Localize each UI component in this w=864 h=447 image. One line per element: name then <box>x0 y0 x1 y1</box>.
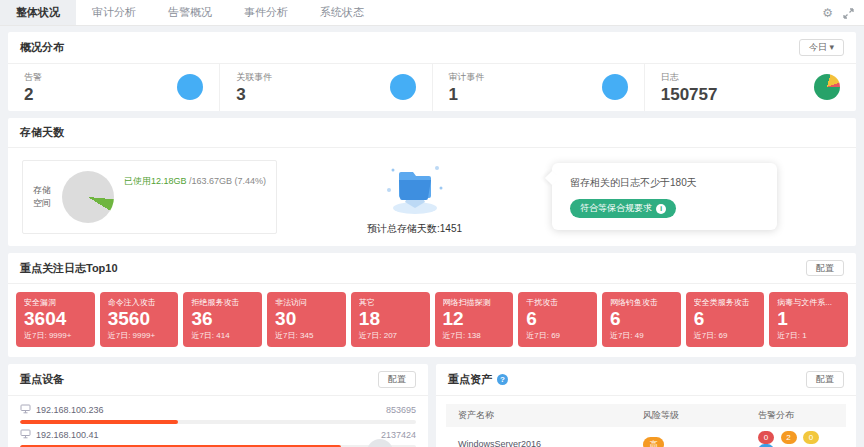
log-category-count: 18 <box>359 308 422 330</box>
log-category-card[interactable]: 网络扫描探测 12 近7日: 138 <box>435 292 514 347</box>
asset-col-name: 资产名称 <box>458 409 643 422</box>
overview-section: 概况分布 今日 ▾ 告警 2 关联事件 3 审计事件 <box>8 32 856 111</box>
overview-stats-row: 告警 2 关联事件 3 审计事件 1 <box>8 64 856 111</box>
top-logs-title: 重点关注日志Top10 <box>20 261 118 276</box>
recent-count: 414 <box>216 331 229 340</box>
alarm-count-medium: 0 <box>803 431 819 444</box>
log-category-name: 拒绝服务攻击 <box>191 297 254 308</box>
overview-title: 概况分布 <box>20 40 64 55</box>
asset-table: 资产名称 风险等级 告警分布 WindowsServer2016 高 0 2 <box>436 404 856 447</box>
tab-alarm-overview[interactable]: 告警概况 <box>152 0 228 25</box>
storage-used-text: 已使用12.18GB <box>124 176 187 186</box>
top-logs-section: 重点关注日志Top10 配置 安全漏洞 3604 近7日: 9999+ 命令注入… <box>8 253 856 358</box>
stat-card-logs[interactable]: 日志 150757 <box>645 64 856 111</box>
asset-row[interactable]: WindowsServer2016 高 0 2 0 2 <box>446 427 846 447</box>
tab-audit-analysis[interactable]: 审计分析 <box>76 0 152 25</box>
asset-table-header: 资产名称 风险等级 告警分布 <box>446 404 846 427</box>
recent-count: 9999+ <box>49 331 71 340</box>
fullscreen-icon[interactable] <box>843 8 854 19</box>
log-category-card[interactable]: 网络钓鱼攻击 6 近7日: 49 <box>602 292 681 347</box>
alarm-count-critical: 0 <box>758 431 774 444</box>
log-category-count: 6 <box>526 308 589 330</box>
log-category-count: 6 <box>610 308 673 330</box>
device-log-count: 853695 <box>386 405 416 415</box>
log-pie-icon <box>814 74 840 100</box>
top-tabbar: 整体状况 审计分析 告警概况 事件分析 系统状态 ⚙ <box>0 0 864 26</box>
recent-label: 近7日: <box>108 331 131 340</box>
key-assets-config-button[interactable]: 配置 <box>806 371 844 388</box>
device-icon <box>20 429 31 441</box>
log-category-card[interactable]: 其它 18 近7日: 207 <box>351 292 430 347</box>
help-icon[interactable]: ? <box>497 374 508 385</box>
stat-card-correlated-events[interactable]: 关联事件 3 <box>220 64 432 111</box>
stat-value: 1 <box>449 86 485 104</box>
log-category-name: 网络扫描探测 <box>443 297 506 308</box>
recent-label: 近7日: <box>694 331 717 340</box>
device-list: 192.168.100.236 853695 <box>8 396 428 447</box>
recent-label: 近7日: <box>443 331 466 340</box>
stat-value: 2 <box>24 86 42 104</box>
log-category-card[interactable]: 安全漏洞 3604 近7日: 9999+ <box>16 292 95 347</box>
top-logs-config-button[interactable]: 配置 <box>806 260 844 277</box>
log-category-card[interactable]: 安全类服务攻击 6 近7日: 69 <box>686 292 765 347</box>
recent-label: 近7日: <box>526 331 549 340</box>
asset-col-alarms: 告警分布 <box>758 409 834 422</box>
alarm-count-high: 2 <box>781 431 797 444</box>
log-category-card[interactable]: 干扰攻击 6 近7日: 69 <box>518 292 597 347</box>
storage-usage-text: 已使用12.18GB /163.67GB (7.44%) <box>124 175 266 188</box>
stat-label: 关联事件 <box>236 71 272 84</box>
compliance-badge[interactable]: 符合等保合规要求 i <box>570 199 676 218</box>
device-row[interactable]: 192.168.100.236 853695 <box>20 399 416 424</box>
asset-rows: WindowsServer2016 高 0 2 0 2 UAC <box>436 427 856 447</box>
asset-name: WindowsServer2016 <box>458 439 643 447</box>
gear-icon[interactable]: ⚙ <box>822 7 833 19</box>
log-category-name: 命令注入攻击 <box>108 297 171 308</box>
log-category-name: 干扰攻击 <box>526 297 589 308</box>
log-category-name: 病毒与文件系... <box>777 297 840 308</box>
device-log-count: 2137424 <box>381 430 416 440</box>
recent-label: 近7日: <box>610 331 633 340</box>
storage-usage-pie <box>62 171 114 223</box>
device-row[interactable]: 192.168.100.41 2137424 <box>20 424 416 447</box>
log-category-count: 30 <box>275 308 338 330</box>
recent-label: 近7日: <box>777 331 800 340</box>
log-category-count: 3604 <box>24 308 87 330</box>
key-devices-title: 重点设备 <box>20 372 64 387</box>
storage-title: 存储天数 <box>20 125 64 140</box>
stat-label: 日志 <box>661 71 718 84</box>
recent-count: 1 <box>802 331 806 340</box>
log-category-count: 12 <box>443 308 506 330</box>
log-category-name: 非法访问 <box>275 297 338 308</box>
recent-count: 138 <box>467 331 480 340</box>
tab-system-status[interactable]: 系统状态 <box>304 0 380 25</box>
device-ip: 192.168.100.41 <box>36 430 99 440</box>
asset-col-risk: 风险等级 <box>643 409 758 422</box>
log-category-card[interactable]: 命令注入攻击 3560 近7日: 9999+ <box>100 292 179 347</box>
device-icon <box>20 404 31 416</box>
tab-overall-status[interactable]: 整体状况 <box>0 0 76 25</box>
tab-event-analysis[interactable]: 事件分析 <box>228 0 304 25</box>
storage-days-text: 预计总存储天数:1451 <box>367 222 462 236</box>
log-category-card[interactable]: 病毒与文件系... 1 近7日: 1 <box>769 292 848 347</box>
log-category-card[interactable]: 拒绝服务攻击 36 近7日: 414 <box>183 292 262 347</box>
alarm-circle-icon <box>177 74 203 100</box>
info-icon: i <box>656 204 666 214</box>
key-devices-config-button[interactable]: 配置 <box>378 371 416 388</box>
device-ip: 192.168.100.236 <box>36 405 104 415</box>
stat-value: 150757 <box>661 86 718 104</box>
log-category-count: 3560 <box>108 308 171 330</box>
log-category-card[interactable]: 非法访问 30 近7日: 345 <box>267 292 346 347</box>
log-category-count: 36 <box>191 308 254 330</box>
risk-level-badge: 高 <box>643 437 664 447</box>
date-filter-dropdown[interactable]: 今日 ▾ <box>799 39 844 56</box>
stat-card-audit-events[interactable]: 审计事件 1 <box>433 64 645 111</box>
log-category-name: 安全类服务攻击 <box>694 297 757 308</box>
log-category-name: 安全漏洞 <box>24 297 87 308</box>
recent-count: 207 <box>384 331 397 340</box>
stat-value: 3 <box>236 86 272 104</box>
stat-card-alarms[interactable]: 告警 2 <box>8 64 220 111</box>
key-assets-title: 重点资产 <box>448 372 492 387</box>
recent-label: 近7日: <box>275 331 298 340</box>
storage-section: 存储天数 存储空间 已使用12.18GB /163.67GB (7.44%) <box>8 118 856 246</box>
recent-count: 69 <box>719 331 728 340</box>
